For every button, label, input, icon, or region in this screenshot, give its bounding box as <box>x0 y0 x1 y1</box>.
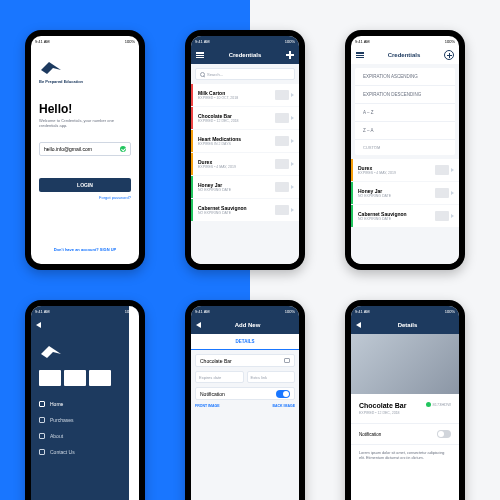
nav-icon <box>39 417 45 423</box>
phone-drawer: 9:41 AM 100% Home Purchases About <box>25 300 145 500</box>
notification-row: Notification <box>195 387 295 400</box>
phone-credentials: 9:41 AM 100% Credentials Search... Milk … <box>185 30 305 270</box>
sort-option[interactable]: A – Z <box>355 104 455 122</box>
signup-row: Don't have an account? SIGN UP <box>39 247 131 252</box>
item-thumb <box>435 211 449 221</box>
header-title: Add New <box>235 322 261 328</box>
header: Add New <box>191 316 299 334</box>
header <box>31 316 139 334</box>
chevron-right-icon <box>291 139 294 143</box>
brand-logo <box>39 58 63 76</box>
search-icon <box>200 72 205 77</box>
front-image-label[interactable]: FRONT IMAGE <box>195 404 220 408</box>
header-title: Details <box>398 322 418 328</box>
nav-icon <box>39 401 45 407</box>
chevron-right-icon <box>291 185 294 189</box>
card-thumb[interactable] <box>64 370 86 386</box>
phone-details: 9:41 AM 100% Details 8173HDW Chocolate B… <box>345 300 465 500</box>
item-thumb <box>275 182 289 192</box>
check-icon <box>120 146 126 152</box>
list-item[interactable]: DurexEXPIRES • 4 MAY, 2019 <box>191 153 299 175</box>
nav-about[interactable]: About <box>31 428 139 444</box>
notification-row: Notification <box>351 423 459 444</box>
hello-sub: Welcome to Credentials, your number one … <box>39 118 131 128</box>
back-icon[interactable] <box>356 322 361 328</box>
list-item[interactable]: Milk CartonEXPIRED • 10 OCT, 2018 <box>191 84 299 106</box>
product-code: 8173HDW <box>426 402 451 407</box>
status-batt: 100% <box>125 39 135 44</box>
card-thumb[interactable] <box>39 370 61 386</box>
email-value: hello.info@gmail.com <box>44 146 92 152</box>
statusbar: 9:41 AM 100% <box>31 36 139 46</box>
item-thumb <box>435 165 449 175</box>
chevron-right-icon <box>451 191 454 195</box>
card-thumb[interactable] <box>89 370 111 386</box>
add-icon[interactable] <box>444 50 454 60</box>
login-button[interactable]: LOGIN <box>39 178 131 192</box>
signup-link[interactable]: SIGN UP <box>100 247 116 252</box>
content-strip <box>129 306 139 500</box>
sort-option[interactable]: Z – A <box>355 122 455 140</box>
status-dot-icon <box>426 402 431 407</box>
statusbar: 9:41 AM 100% <box>191 36 299 46</box>
chevron-right-icon <box>291 208 294 212</box>
statusbar: 9:41 AM 100% <box>351 306 459 316</box>
expires-field[interactable]: Expires date <box>195 371 244 383</box>
sort-option[interactable]: EXPIRATION DESCENDING <box>355 86 455 104</box>
statusbar: 9:41 AM 100% <box>351 36 459 46</box>
chevron-right-icon <box>451 214 454 218</box>
phone-sort: 9:41 AM 100% Credentials EXPIRATION ASCE… <box>345 30 465 270</box>
menu-icon[interactable] <box>196 52 204 58</box>
back-icon[interactable] <box>196 322 201 328</box>
item-thumb <box>275 90 289 100</box>
chevron-right-icon <box>291 162 294 166</box>
item-thumb <box>275 159 289 169</box>
brand-logo <box>39 342 63 360</box>
status-time: 9:41 AM <box>35 39 50 44</box>
nav-home[interactable]: Home <box>31 396 139 412</box>
nav-contact-us[interactable]: Contact Us <box>31 444 139 460</box>
tab-details[interactable]: DETAILS <box>191 334 299 350</box>
description: Lorem ipsum dolor sit amet, consectetur … <box>351 444 459 468</box>
product-field[interactable]: Chocolate Bar <box>195 354 295 367</box>
back-image-label[interactable]: BACK IMAGE <box>272 404 295 408</box>
header: Credentials <box>351 46 459 64</box>
nav-purchases[interactable]: Purchases <box>31 412 139 428</box>
forgot-link[interactable]: Forgot password? <box>39 195 131 200</box>
product-meta: EXPIRED • 12 DEC, 2018 <box>359 411 451 415</box>
brand-text: Be Prepared Education <box>39 79 131 84</box>
camera-icon[interactable] <box>284 358 290 363</box>
list-item[interactable]: Honey JarNO EXPIRING DATE <box>191 176 299 198</box>
notification-toggle[interactable] <box>437 430 451 438</box>
hello-heading: Hello! <box>39 102 131 116</box>
item-thumb <box>435 188 449 198</box>
phone-login: 9:41 AM 100% Be Prepared Education Hello… <box>25 30 145 270</box>
item-thumb <box>275 205 289 215</box>
search-input[interactable]: Search... <box>195 68 295 80</box>
item-thumb <box>275 136 289 146</box>
nav-icon <box>39 433 45 439</box>
email-field[interactable]: hello.info@gmail.com <box>39 142 131 156</box>
statusbar: 9:41 AM 100% <box>191 306 299 316</box>
list-item[interactable]: DurexEXPIRES • 4 MAY, 2019 <box>351 159 459 181</box>
list-item[interactable]: Heart MedicationsEXPIRES IN 2 DAYS <box>191 130 299 152</box>
link-field[interactable]: Extra link <box>247 371 296 383</box>
phone-addnew: 9:41 AM 100% Add New DETAILS Chocolate B… <box>185 300 305 500</box>
header: Credentials <box>191 46 299 64</box>
list-item[interactable]: Honey JarNO EXPIRING DATE <box>351 182 459 204</box>
recent-cards <box>39 370 131 386</box>
add-icon[interactable] <box>286 51 294 59</box>
chevron-right-icon <box>451 168 454 172</box>
list-item[interactable]: Cabernet SauvignonNO EXPIRING DATE <box>351 205 459 227</box>
menu-icon[interactable] <box>356 52 364 58</box>
back-icon[interactable] <box>36 322 41 328</box>
header-title: Credentials <box>229 52 262 58</box>
list-item[interactable]: Chocolate BarEXPIRED • 12 DEC, 2018 <box>191 107 299 129</box>
list-item[interactable]: Cabernet SauvignonNO EXPIRING DATE <box>191 199 299 221</box>
chevron-right-icon <box>291 116 294 120</box>
statusbar: 9:41 AM 100% <box>31 306 139 316</box>
sort-option[interactable]: EXPIRATION ASCENDING <box>355 68 455 86</box>
nav-icon <box>39 449 45 455</box>
notification-toggle[interactable] <box>276 390 290 398</box>
hero-image <box>351 334 459 394</box>
